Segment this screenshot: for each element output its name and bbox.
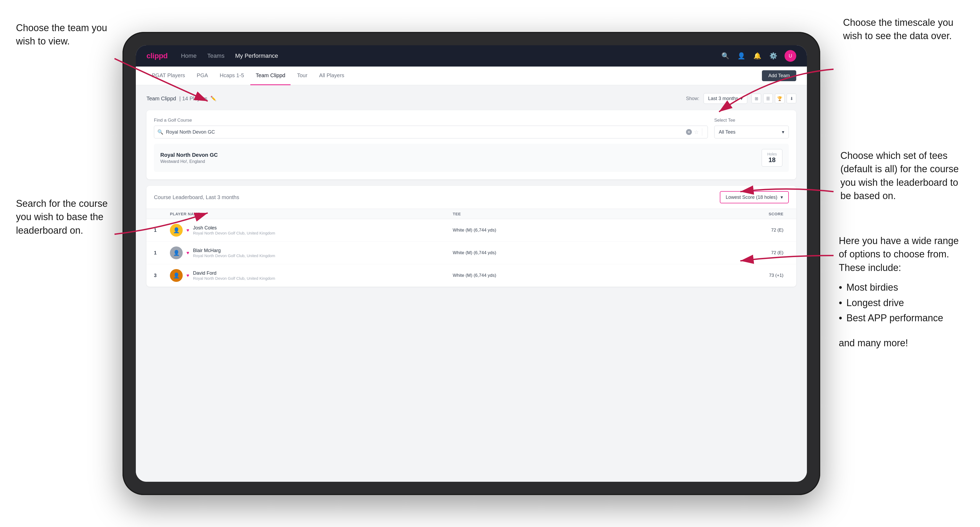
users-icon[interactable]: 👤 <box>737 51 746 61</box>
download-icon[interactable]: ⬇ <box>787 94 796 103</box>
holes-label: Holes <box>767 152 777 156</box>
leaderboard-header: Course Leaderboard, Last 3 months Lowest… <box>146 186 796 209</box>
favorite-icon-1[interactable]: ♥ <box>186 227 189 233</box>
nav-links: Home Teams My Performance <box>181 52 721 59</box>
show-label: Show: <box>686 96 699 102</box>
view-icons: ⊞ ☰ 🏆 ⬇ <box>751 94 796 103</box>
search-icon[interactable]: 🔍 <box>721 51 730 61</box>
player-score-3: 73 (+1) <box>735 273 789 278</box>
score-column-header: SCORE <box>735 211 789 216</box>
player-details-3: David Ford Royal North Devon Golf Club, … <box>193 270 275 281</box>
table-header: PLAYER NAME TEE SCORE <box>146 209 796 219</box>
player-club-2: Royal North Devon Golf Club, United King… <box>193 253 275 258</box>
bullet-item-3: Best APP performance <box>839 310 959 326</box>
course-search-input[interactable] <box>166 129 686 135</box>
bullet-item-2: Longest drive <box>839 295 959 311</box>
player-score-1: 72 (E) <box>735 227 789 233</box>
holes-value: 18 <box>768 156 776 163</box>
annotation-bottom-right: Here you have a wide rangeof options to … <box>839 234 959 350</box>
player-count: | 14 Players <box>179 95 207 102</box>
annotation-middle-right: Choose which set of tees(default is all)… <box>840 149 959 203</box>
nav-link-performance[interactable]: My Performance <box>235 52 278 59</box>
player-name-3: David Ford <box>193 270 275 276</box>
player-club-3: Royal North Devon Golf Club, United King… <box>193 276 275 281</box>
nav-logo: clippd <box>146 52 167 60</box>
favorite-icon-3[interactable]: ♥ <box>186 273 189 278</box>
find-course-label: Find a Golf Course <box>154 117 708 123</box>
holes-badge: Holes 18 <box>762 149 783 167</box>
annotation-top-left: Choose the team you wish to view. <box>16 21 117 48</box>
divider <box>702 128 702 136</box>
leaderboard-table: PLAYER NAME TEE SCORE 1 👤 ♥ Josh Coles R… <box>146 209 796 287</box>
team-name: Team Clippd <box>146 95 176 102</box>
player-info-1: 👤 ♥ Josh Coles Royal North Devon Golf Cl… <box>170 224 453 237</box>
player-details-2: Blair McHarg Royal North Devon Golf Club… <box>193 248 275 258</box>
player-info-2: 👤 ♥ Blair McHarg Royal North Devon Golf … <box>170 246 453 259</box>
player-avatar-2: 👤 <box>170 246 183 259</box>
nav-link-home[interactable]: Home <box>181 52 197 59</box>
time-period-select[interactable]: Last 3 months ▾ <box>703 93 747 104</box>
player-name-1: Josh Coles <box>193 225 275 231</box>
and-more-text: and many more! <box>839 337 959 350</box>
team-controls: Show: Last 3 months ▾ ⊞ ☰ 🏆 ⬇ <box>686 93 796 104</box>
course-search-wrapper: 🔍 ✕ ☆ <box>154 125 708 138</box>
subnav-links: PGAT Players PGA Hcaps 1-5 Team Clippd T… <box>146 67 350 85</box>
favorite-icon-2[interactable]: ♥ <box>186 250 189 256</box>
subnav: PGAT Players PGA Hcaps 1-5 Team Clippd T… <box>136 67 807 85</box>
grid-view-icon[interactable]: ⊞ <box>751 94 761 103</box>
chevron-down-icon: ▾ <box>781 194 783 200</box>
player-tee-3: White (M) (6,744 yds) <box>453 273 735 278</box>
list-view-icon[interactable]: ☰ <box>763 94 773 103</box>
user-avatar[interactable]: U <box>784 50 796 62</box>
player-details-1: Josh Coles Royal North Devon Golf Club, … <box>193 225 275 235</box>
subnav-tour[interactable]: Tour <box>291 67 313 85</box>
leaderboard: Course Leaderboard, Last 3 months Lowest… <box>146 186 796 287</box>
subnav-pgat[interactable]: PGAT Players <box>146 67 190 85</box>
course-location: Westward Ho!, England <box>160 159 218 164</box>
edit-icon[interactable]: ✏️ <box>210 95 216 102</box>
player-avatar-3: 👤 <box>170 269 183 282</box>
player-tee-1: White (M) (6,744 yds) <box>453 227 735 233</box>
course-result: Royal North Devon GC Westward Ho!, Engla… <box>154 144 789 172</box>
player-rank-3: 3 <box>154 273 170 278</box>
table-row: 1 👤 ♥ Josh Coles Royal North Devon Golf … <box>146 219 796 242</box>
score-type-select[interactable]: Lowest Score (18 holes) ▾ <box>720 191 789 203</box>
player-club-1: Royal North Devon Golf Club, United King… <box>193 231 275 235</box>
nav-link-teams[interactable]: Teams <box>207 52 224 59</box>
bell-icon[interactable]: 🔔 <box>752 51 762 61</box>
player-name-2: Blair McHarg <box>193 248 275 253</box>
course-result-info: Royal North Devon GC Westward Ho!, Engla… <box>160 152 218 164</box>
bullet-item-1: Most birdies <box>839 280 959 295</box>
player-avatar-1: 👤 <box>170 224 183 237</box>
player-tee-2: White (M) (6,744 yds) <box>453 250 735 256</box>
clear-search-button[interactable]: ✕ <box>686 129 692 135</box>
rank-column-header <box>154 211 170 216</box>
nav-icons: 🔍 👤 🔔 ⚙️ U <box>721 50 796 62</box>
leaderboard-title: Course Leaderboard, Last 3 months <box>154 194 239 200</box>
player-info-3: 👤 ♥ David Ford Royal North Devon Golf Cl… <box>170 269 453 282</box>
player-rank-1: 1 <box>154 227 170 233</box>
player-column-header: PLAYER NAME <box>170 211 453 216</box>
subnav-team-clippd[interactable]: Team Clippd <box>250 67 291 85</box>
annotation-bottom-left: Search for the courseyou wish to base th… <box>16 197 108 237</box>
settings-icon[interactable]: ⚙️ <box>768 51 778 61</box>
course-search-section: Find a Golf Course 🔍 ✕ ☆ <box>154 117 708 138</box>
trophy-icon[interactable]: 🏆 <box>775 94 784 103</box>
navbar: clippd Home Teams My Performance 🔍 👤 🔔 ⚙… <box>136 45 807 67</box>
favorite-icon[interactable]: ☆ <box>694 129 699 135</box>
team-title-section: Team Clippd | 14 Players ✏️ <box>146 95 216 102</box>
tablet-screen: clippd Home Teams My Performance 🔍 👤 🔔 ⚙… <box>136 45 807 482</box>
course-finder-row: Find a Golf Course 🔍 ✕ ☆ Select Tee All <box>154 117 789 138</box>
subnav-hcaps[interactable]: Hcaps 1-5 <box>215 67 249 85</box>
table-row: 3 👤 ♥ David Ford Royal North Devon Golf … <box>146 264 796 287</box>
select-tee-label: Select Tee <box>714 117 789 123</box>
tee-select[interactable]: All Tees ▾ <box>714 125 789 138</box>
table-row: 1 👤 ♥ Blair McHarg Royal North Devon Gol… <box>146 242 796 264</box>
course-tee-section: Select Tee All Tees ▾ <box>714 117 789 138</box>
subnav-all-players[interactable]: All Players <box>314 67 349 85</box>
chevron-down-icon: ▾ <box>740 95 743 102</box>
add-team-button[interactable]: Add Team <box>762 70 796 81</box>
player-rank-2: 1 <box>154 250 170 256</box>
subnav-pga[interactable]: PGA <box>191 67 213 85</box>
player-score-2: 72 (E) <box>735 250 789 256</box>
